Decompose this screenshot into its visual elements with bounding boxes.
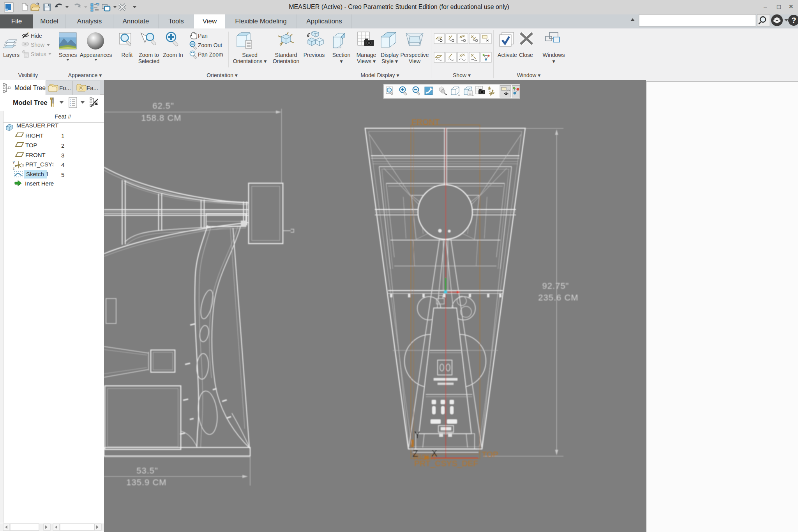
svg-text:235.6 CM: 235.6 CM	[538, 293, 578, 302]
svg-text:TOP: TOP	[482, 450, 498, 459]
svg-text:PRT_CSYS_DEF: PRT_CSYS_DEF	[414, 459, 478, 468]
svg-text:x: x	[22, 163, 24, 167]
svg-text:z: z	[13, 166, 15, 170]
svg-text:Fo...: Fo...	[59, 85, 71, 91]
svg-text:FRONT: FRONT	[411, 117, 440, 126]
svg-text:X: X	[431, 448, 437, 458]
svg-text:Fa...: Fa...	[87, 85, 98, 91]
svg-text:Z: Z	[413, 449, 418, 459]
svg-text:135.9 CM: 135.9 CM	[126, 477, 166, 487]
svg-text:Y: Y	[414, 430, 420, 440]
svg-text:?: ?	[791, 16, 796, 25]
svg-text:92.75": 92.75"	[542, 281, 569, 291]
svg-text:62.5": 62.5"	[152, 101, 174, 111]
svg-text:y: y	[13, 160, 15, 164]
svg-text:Model Tree: Model Tree	[13, 99, 48, 106]
svg-text:158.8 CM: 158.8 CM	[141, 113, 181, 123]
svg-text:Model Tree: Model Tree	[14, 85, 46, 91]
svg-text:53.5": 53.5"	[136, 466, 158, 475]
